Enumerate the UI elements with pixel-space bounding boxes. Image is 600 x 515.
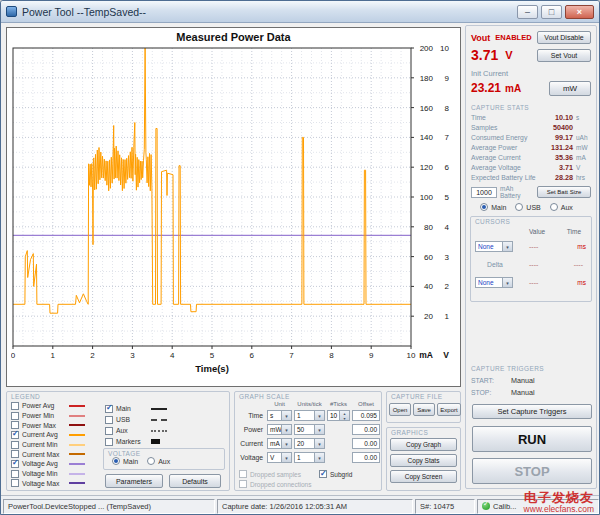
graphics-button-copy-stats[interactable]: Copy Stats [390,454,457,467]
axis-tick-label: 140 [420,133,434,142]
gs-units-per-tick-select[interactable]: 1 [294,452,325,463]
run-button[interactable]: RUN [472,426,592,452]
status-message: PowerTool.DeviceStopped ... (TempSaved) [3,499,215,514]
set-vout-button[interactable]: Set Vout [537,49,591,62]
capture-file-button-open[interactable]: Open [389,403,411,416]
capture-file-button-export[interactable]: Export [437,403,461,416]
capture-file-buttons: OpenSaveExport [389,403,461,416]
channel-swatch [151,419,167,421]
mw-toggle-button[interactable]: mW [549,81,591,96]
gs-unit-select[interactable]: mW [267,424,292,435]
delta-time: ---- [574,261,583,268]
gs-checkbox-subgrid[interactable]: Subgrid [319,470,352,478]
axis-tick-label: 160 [420,104,434,113]
legend-item[interactable]: Current Min [11,440,85,450]
legend-item-label: Power Avg [22,402,66,409]
gs-units-per-tick-select[interactable]: 1 [294,410,325,421]
maximize-button-icon[interactable]: □ [541,5,562,19]
battery-size-input[interactable]: 1000 [471,187,497,198]
voltage-radio-aux[interactable]: Aux [147,457,170,465]
title-bar[interactable]: Power Tool --TempSaved-- – □ × [1,1,599,23]
gs-unit-select[interactable]: V [267,452,292,463]
gs-offset-input[interactable]: 0.00 [352,424,380,435]
legend-item[interactable]: Power Avg [11,401,85,411]
stat-value: 35.36 [555,153,573,162]
checkbox-icon[interactable] [319,470,327,478]
cursor2-select[interactable]: None [475,277,513,288]
gs-units-per-tick-select[interactable]: 50 [294,424,325,435]
channel-checkbox[interactable] [105,405,113,413]
channel-swatch [151,408,167,410]
close-button-icon[interactable]: × [565,5,594,19]
gs-offset-input[interactable]: 0.00 [352,438,380,449]
legend-item[interactable]: Power Max [11,420,85,430]
stats-channel-aux[interactable]: Aux [550,203,573,211]
set-batt-size-button[interactable]: Set Batt Size [537,186,591,198]
legend-item[interactable]: Voltage Avg [11,459,85,469]
stats-channel-usb[interactable]: USB [515,203,540,211]
legend-checkbox[interactable] [11,460,19,468]
gs-column-header: Unit [267,401,292,407]
legend-item-label: Voltage Min [22,470,66,477]
battery-row: 1000 mAh Battery Set Batt Size [471,186,591,198]
channel-item[interactable]: USB [105,414,167,425]
trigger-start-label: START: [471,377,511,384]
legend-checkbox[interactable] [11,431,19,439]
stat-row: Consumed Energy99.17uAh [471,133,591,143]
gs-unit-select[interactable]: mA [267,438,292,449]
legend-checkbox[interactable] [11,421,19,429]
vout-value: 3.71 [471,47,498,63]
stat-row: Time10.10s [471,113,591,123]
legend-checkbox[interactable] [11,441,19,449]
graphics-button-copy-graph[interactable]: Copy Graph [390,438,457,451]
legend-item-label: Power Max [22,422,66,429]
chart-title: Measured Power Data [7,31,460,43]
legend-checkbox[interactable] [11,412,19,420]
legend-item[interactable]: Power Min [11,411,85,421]
gs-ticks-spinner[interactable]: 10 [327,410,350,421]
gs-units-per-tick-select[interactable]: 20 [294,438,325,449]
cursor1-select[interactable]: None [475,241,513,252]
axis-tick-label: 10 [440,46,449,53]
stat-unit: uAh [573,134,591,141]
graphics-button-copy-screen[interactable]: Copy Screen [390,470,457,483]
legend-checkbox[interactable] [11,402,19,410]
channel-checkbox[interactable] [105,427,113,435]
legend-checkbox[interactable] [11,470,19,478]
legend-item[interactable]: Voltage Min [11,469,85,479]
defaults-button[interactable]: Defaults [169,474,221,488]
gs-ticks-empty [327,424,350,435]
stat-label: Average Power [471,144,551,151]
channel-item[interactable]: Main [105,403,167,414]
stat-label: Expected Battery Life [471,174,555,181]
channel-label: Main [116,405,148,412]
stat-value: 3.71 [559,163,573,172]
channel-item[interactable]: Markers [105,436,167,447]
channel-checkbox[interactable] [105,438,113,446]
legend-item[interactable]: Current Avg [11,430,85,440]
app-window: Power Tool --TempSaved-- – □ × Measured … [0,0,600,515]
axis-tick-label: 5 [210,351,215,360]
axis-tick-label: 120 [420,163,434,172]
parameters-button[interactable]: Parameters [105,474,163,488]
voltage-radio-main[interactable]: Main [112,457,138,465]
legend-checkbox[interactable] [11,450,19,458]
vout-disable-button[interactable]: Vout Disable [537,31,591,44]
minimize-button-icon[interactable]: – [517,5,538,19]
channel-item[interactable]: Aux [105,425,167,436]
legend-item[interactable]: Voltage Max [11,479,85,489]
set-capture-triggers-button[interactable]: Set Capture Triggers [472,404,592,419]
axis-tick-label: 1 [51,351,56,360]
stats-channel-main[interactable]: Main [480,203,506,211]
gs-offset-input[interactable]: 0.095 [352,410,380,421]
stat-value: 50400 [553,123,573,132]
legend-checkbox[interactable] [11,479,19,487]
channel-checkbox[interactable] [105,416,113,424]
watermark: 电子发烧友 www.elecfans.com [524,491,594,514]
legend-item-label: Power Min [22,412,66,419]
capture-file-button-save[interactable]: Save [413,403,435,416]
legend-item[interactable]: Current Max [11,449,85,459]
power-chart[interactable]: 012345678910Time(s)204060801001201401601… [11,46,455,376]
gs-unit-select[interactable]: s [267,410,292,421]
gs-offset-input[interactable]: 0.00 [352,452,380,463]
